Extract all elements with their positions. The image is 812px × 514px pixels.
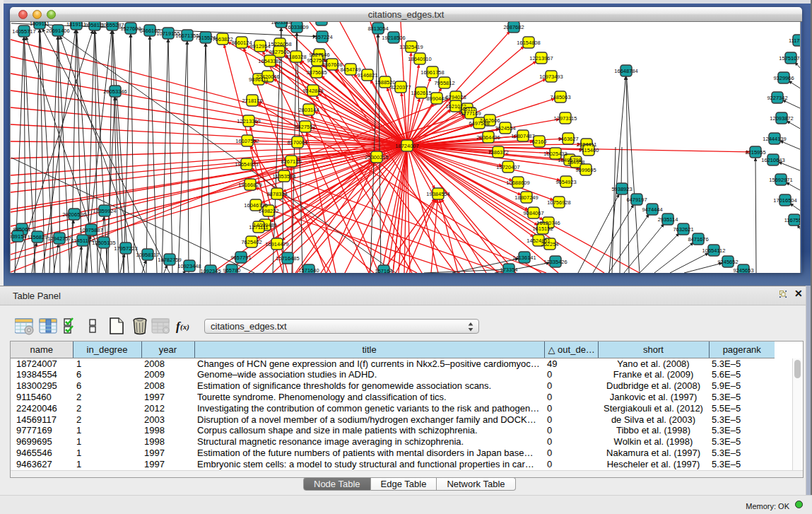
svg-text:16210643: 16210643 <box>761 157 784 163</box>
svg-text:1117553: 1117553 <box>789 37 801 44</box>
svg-text:3624554: 3624554 <box>495 125 515 132</box>
svg-text:15716485: 15716485 <box>276 255 299 262</box>
svg-text:8170064: 8170064 <box>287 139 307 146</box>
svg-text:18724007: 18724007 <box>395 143 418 149</box>
svg-text:8878334: 8878334 <box>266 191 287 197</box>
svg-text:16782759: 16782759 <box>158 257 181 263</box>
svg-text:14136141: 14136141 <box>512 255 536 261</box>
svg-text:9242848: 9242848 <box>302 88 323 94</box>
svg-text:1615152: 1615152 <box>532 226 553 232</box>
svg-text:16914479: 16914479 <box>265 241 288 247</box>
svg-text:1571640: 1571640 <box>298 267 319 274</box>
svg-text:15751074: 15751074 <box>779 55 801 62</box>
svg-text:11353594: 11353594 <box>273 173 296 180</box>
svg-text:12093872: 12093872 <box>770 115 793 122</box>
svg-text:12213967: 12213967 <box>529 55 553 62</box>
svg-text:1271111: 1271111 <box>249 224 269 230</box>
svg-text:5938923: 5938923 <box>611 186 632 192</box>
svg-text:1156829: 1156829 <box>28 234 48 240</box>
svg-text:20691406: 20691406 <box>46 28 69 34</box>
svg-text:184958: 184958 <box>567 159 584 165</box>
svg-text:8813054: 8813054 <box>367 25 388 32</box>
svg-text:6479197: 6479197 <box>626 197 647 203</box>
svg-text:9329966: 9329966 <box>773 75 794 81</box>
svg-text:22420046: 22420046 <box>256 74 279 80</box>
svg-text:7386372: 7386372 <box>488 149 508 156</box>
svg-text:1819111: 1819111 <box>66 22 86 28</box>
svg-text:939154: 939154 <box>11 233 27 240</box>
svg-text:19166829: 19166829 <box>238 182 261 188</box>
svg-text:157164: 157164 <box>375 268 392 274</box>
svg-text:16107552: 16107552 <box>235 138 259 144</box>
svg-text:813054: 813054 <box>312 22 330 23</box>
svg-text:1909111: 1909111 <box>30 22 49 27</box>
svg-text:10025433: 10025433 <box>543 151 567 157</box>
svg-text:9084067: 9084067 <box>523 210 543 216</box>
svg-text:20364436: 20364436 <box>476 134 500 141</box>
svg-text:9699695: 9699695 <box>575 167 596 173</box>
svg-text:7955812: 7955812 <box>434 80 454 86</box>
svg-text:(x): (x) <box>180 322 189 332</box>
svg-text:16543382: 16543382 <box>258 58 281 64</box>
svg-text:1498222: 1498222 <box>258 208 278 214</box>
svg-text:12973115: 12973115 <box>554 115 577 122</box>
svg-text:7485063: 7485063 <box>550 94 570 100</box>
svg-text:18807249: 18807249 <box>514 194 538 201</box>
svg-text:9463627: 9463627 <box>558 136 578 142</box>
svg-text:10654112: 10654112 <box>702 247 726 254</box>
svg-text:965780: 965780 <box>223 267 240 274</box>
svg-text:8471676: 8471676 <box>688 236 708 243</box>
svg-text:62160: 62160 <box>532 139 547 145</box>
svg-text:17016504: 17016504 <box>773 197 796 204</box>
svg-text:3875685: 3875685 <box>306 69 326 76</box>
svg-text:10688609: 10688609 <box>506 180 529 186</box>
svg-text:9227342: 9227342 <box>767 95 787 101</box>
svg-text:20053346: 20053346 <box>103 88 126 95</box>
svg-text:7663822: 7663822 <box>212 36 233 42</box>
svg-text:2867608: 2867608 <box>322 62 342 68</box>
svg-text:12444139: 12444139 <box>763 136 786 142</box>
svg-text:14055717: 14055717 <box>12 28 35 35</box>
svg-text:2718176: 2718176 <box>242 98 262 104</box>
svg-text:2935114: 2935114 <box>658 216 678 223</box>
svg-text:12213369: 12213369 <box>237 118 260 124</box>
svg-text:15720407: 15720407 <box>496 164 519 170</box>
svg-text:10958117: 10958117 <box>136 252 160 258</box>
svg-text:19384554: 19384554 <box>426 191 449 197</box>
svg-text:8912954: 8912954 <box>249 43 270 49</box>
svg-text:16154808: 16154808 <box>517 40 540 46</box>
svg-text:10975887: 10975887 <box>79 227 102 233</box>
svg-text:7625402: 7625402 <box>241 239 261 245</box>
svg-text:19654923: 19654923 <box>235 161 258 168</box>
svg-text:10756928: 10756928 <box>547 199 570 206</box>
svg-text:16648784: 16648784 <box>614 68 637 74</box>
svg-text:19218506: 19218506 <box>382 35 405 41</box>
svg-text:8186328: 8186328 <box>286 54 306 60</box>
svg-text:11451194: 11451194 <box>71 238 94 244</box>
svg-text:20206536: 20206536 <box>62 211 86 218</box>
svg-text:1092345: 1092345 <box>200 268 220 274</box>
svg-text:8220377: 8220377 <box>390 84 411 90</box>
svg-text:8427552: 8427552 <box>295 124 315 130</box>
svg-text:18640910: 18640910 <box>408 56 431 62</box>
svg-text:9474444: 9474444 <box>642 206 662 213</box>
svg-text:8215955: 8215955 <box>745 149 765 156</box>
svg-text:7632621: 7632621 <box>673 226 693 233</box>
svg-text:9654923: 9654923 <box>555 179 576 185</box>
svg-text:15226058: 15226058 <box>268 41 291 47</box>
svg-text:6794028: 6794028 <box>445 94 466 100</box>
svg-text:16961758: 16961758 <box>420 69 444 76</box>
svg-text:9245652: 9245652 <box>717 259 738 265</box>
svg-text:9777169: 9777169 <box>460 110 481 117</box>
svg-text:9146821: 9146821 <box>357 72 377 78</box>
svg-text:12505135: 12505135 <box>92 240 115 246</box>
svg-text:17335426: 17335426 <box>543 259 567 265</box>
svg-text:9657791: 9657791 <box>230 255 251 261</box>
svg-text:8990448: 8990448 <box>426 95 447 102</box>
svg-text:16033809: 16033809 <box>285 24 308 30</box>
svg-text:2803144: 2803144 <box>298 107 319 113</box>
svg-text:12942757: 12942757 <box>47 235 71 242</box>
svg-text:885061: 885061 <box>13 226 30 233</box>
svg-text:8660124: 8660124 <box>231 40 252 46</box>
svg-text:25300215: 25300215 <box>365 154 388 160</box>
